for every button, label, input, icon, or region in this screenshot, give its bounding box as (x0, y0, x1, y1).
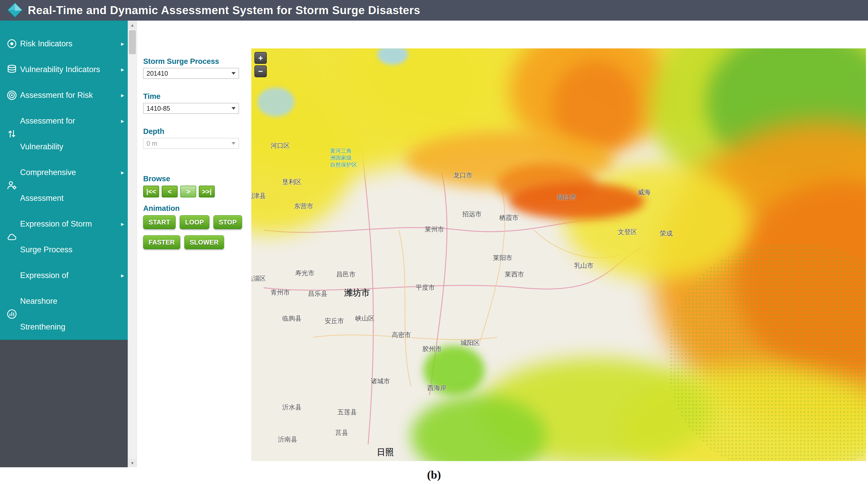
browse-prev-button[interactable]: < (162, 186, 178, 197)
content-area: Risk Indicators▸Vulnerability Indicators… (0, 21, 868, 467)
app-title: Real-Time and Dynamic Assessment System … (28, 4, 420, 17)
browse-label: Browse (143, 174, 251, 183)
heatmap-region-red-orange-coast-hotspot (509, 183, 645, 220)
time-select[interactable]: 1410-85 (143, 103, 239, 114)
time-label: Time (143, 92, 251, 101)
time-value: 1410-85 (147, 105, 170, 112)
rings-icon (4, 90, 20, 101)
gauge-icon (4, 309, 20, 320)
animation-button-row-1: STARTLOOPSTOP (143, 215, 251, 229)
animation-faster-button[interactable]: FASTER (143, 235, 180, 249)
heatmap-overlay (251, 49, 866, 461)
layers-icon (4, 64, 20, 75)
scroll-up-arrow-icon[interactable]: ▲ (128, 21, 137, 29)
sidebar-item-label: Assessment forVulnerability (20, 108, 117, 160)
depth-value: 0 m (147, 140, 157, 147)
animation-start-button[interactable]: START (143, 215, 176, 229)
submenu-arrow-icon: ▸ (121, 83, 124, 108)
dropdown-caret-icon (231, 107, 236, 110)
map-view[interactable]: 河口区黄河三角洲国家级自然保护区垦利区利津县东营市龙口市烟台市威海招远市栖霞市莱… (251, 49, 866, 461)
submenu-arrow-icon: ▸ (121, 211, 124, 237)
sidebar-item-label: Expression of (20, 263, 117, 288)
sidebar-footer (0, 340, 128, 467)
sidebar-item-nearshore-strenthening[interactable]: NearshoreStrenthening (0, 288, 128, 340)
sidebar-item-risk-indicators[interactable]: Risk Indicators▸ (0, 31, 128, 57)
map-zoom-control: + − (254, 52, 267, 77)
zoom-out-button[interactable]: − (254, 65, 267, 77)
submenu-arrow-icon: ▸ (121, 160, 124, 185)
heatmap-region-green-jiaozhou-bay (423, 346, 485, 395)
animation-slower-button[interactable]: SLOWER (184, 235, 224, 249)
submenu-arrow-icon: ▸ (121, 31, 124, 57)
sidebar-item-assessment-for-vulnerability[interactable]: Assessment forVulnerability▸ (0, 108, 128, 160)
sidebar: Risk Indicators▸Vulnerability Indicators… (0, 21, 128, 467)
submenu-arrow-icon: ▸ (121, 263, 124, 288)
arrows-icon (4, 128, 20, 139)
sidebar-item-expression-of-storm-surge-process[interactable]: Expression of StormSurge Process▸ (0, 211, 128, 263)
browse-button-row: |<<<>>>| (143, 186, 251, 197)
target-icon (4, 38, 20, 50)
scrollbar-thumb[interactable] (129, 30, 136, 54)
sidebar-item-label: NearshoreStrenthening (20, 288, 117, 340)
dropdown-caret-icon (231, 72, 236, 75)
figure-caption: (b) (0, 467, 868, 484)
animation-stop-button[interactable]: STOP (213, 215, 242, 229)
sidebar-item-label: Vulnerability Indicators (20, 57, 117, 83)
sidebar-item-comprehensive-assessment[interactable]: ComprehensiveAssessment▸ (0, 160, 128, 211)
sidebar-item-label: ComprehensiveAssessment (20, 160, 117, 211)
depth-label: Depth (143, 127, 251, 136)
scroll-down-arrow-icon[interactable]: ▼ (128, 458, 137, 467)
sidebar-item-assessment-for-risk[interactable]: Assessment for Risk▸ (0, 83, 128, 108)
zoom-in-button[interactable]: + (254, 52, 267, 64)
dropdown-caret-icon (231, 142, 236, 145)
submenu-arrow-icon: ▸ (121, 57, 124, 83)
sidebar-menu: Risk Indicators▸Vulnerability Indicators… (0, 21, 128, 340)
animation-label: Animation (143, 204, 251, 213)
page: Real-Time and Dynamic Assessment System … (0, 0, 868, 484)
control-panel: Storm Surge Process 201410 Time 1410-85 … (137, 21, 251, 467)
sidebar-scrollbar[interactable]: ▲ ▼ (128, 21, 137, 467)
app-header: Real-Time and Dynamic Assessment System … (0, 0, 868, 21)
storm-surge-process-select[interactable]: 201410 (143, 68, 239, 79)
heatmap-region-sea-patch-west (257, 88, 294, 116)
depth-select: 0 m (143, 138, 239, 149)
browse-next-button[interactable]: > (180, 186, 196, 197)
animation-loop-button[interactable]: LOOP (180, 215, 209, 229)
sidebar-item-expression-of[interactable]: Expression of▸ (0, 263, 128, 288)
sidebar-item-label: Expression of StormSurge Process (20, 211, 117, 263)
storm-surge-process-label: Storm Surge Process (143, 57, 251, 66)
app-logo-icon (7, 2, 23, 19)
sidebar-item-label: Assessment for Risk (20, 83, 117, 108)
animation-button-row-2: FASTERSLOWER (143, 235, 251, 249)
heatmap-region-dotted-texture-right (669, 244, 866, 461)
browse-first-button[interactable]: |<< (143, 186, 159, 197)
user-gear-icon (4, 180, 20, 191)
storm-surge-process-value: 201410 (147, 70, 168, 77)
browse-last-button[interactable]: >>| (199, 186, 215, 197)
cloud-icon (4, 231, 20, 243)
sidebar-item-vulnerability-indicators[interactable]: Vulnerability Indicators▸ (0, 57, 128, 83)
submenu-arrow-icon: ▸ (121, 108, 124, 134)
sidebar-item-label: Risk Indicators (20, 31, 117, 57)
